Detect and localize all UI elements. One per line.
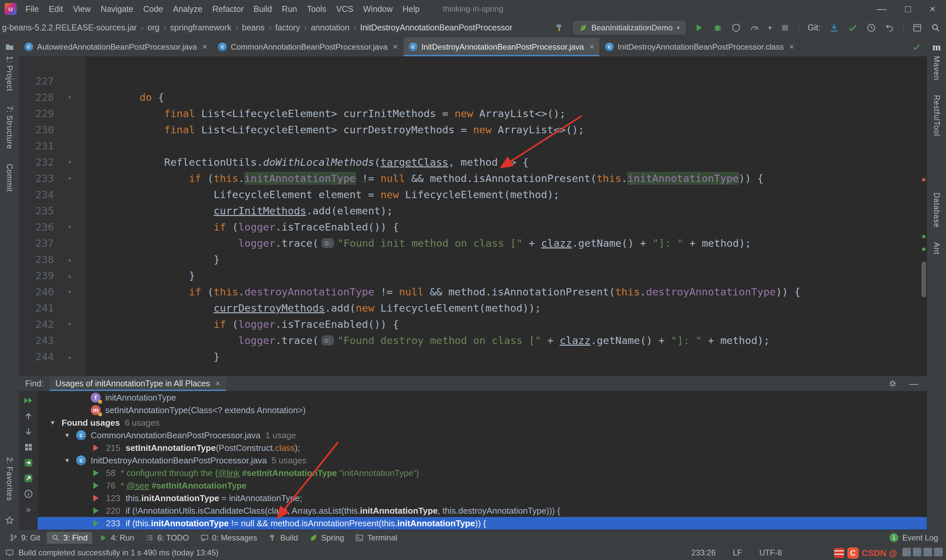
code-text[interactable]: LifecycleElement element = new Lifecycle… bbox=[90, 186, 559, 203]
menu-tools[interactable]: Tools bbox=[302, 2, 331, 16]
profiler-button[interactable] bbox=[750, 23, 760, 33]
stripe-button-database[interactable]: Database bbox=[932, 192, 941, 228]
fold-marker-icon[interactable]: ▾ bbox=[54, 170, 85, 186]
usage-row[interactable]: 215setInitAnnotationType(PostConstruct.c… bbox=[38, 442, 927, 454]
code-text[interactable]: if (this.initAnnotationType != null && m… bbox=[90, 170, 763, 186]
fold-marker-icon[interactable]: ▴ bbox=[54, 349, 85, 365]
usage-row[interactable]: msetInitAnnotationType(Class<? extends A… bbox=[38, 404, 927, 417]
maximize-button[interactable]: □ bbox=[905, 3, 911, 15]
breadcrumb-item[interactable]: annotation bbox=[311, 23, 350, 32]
caret-position[interactable]: 233:26 bbox=[692, 548, 716, 557]
toolwindow-button-9-git[interactable]: 9: Git bbox=[5, 532, 45, 544]
commit-button[interactable] bbox=[848, 23, 858, 33]
editor-tab-initdestroyannotationbeanpostprocessor-java[interactable]: cInitDestroyAnnotationBeanPostProcessor.… bbox=[404, 37, 600, 56]
find-results-tab[interactable]: Usages of initAnnotationType in All Plac… bbox=[50, 376, 226, 391]
menu-run[interactable]: Run bbox=[277, 2, 302, 16]
stripe-button-commit[interactable]: Commit bbox=[5, 164, 14, 192]
file-encoding[interactable]: UTF-8 bbox=[759, 548, 782, 557]
breadcrumb-item[interactable]: springframework bbox=[170, 23, 231, 32]
fold-marker-icon[interactable]: ▴ bbox=[54, 268, 85, 284]
code-text[interactable]: } bbox=[90, 251, 220, 268]
more-icon[interactable]: » bbox=[23, 505, 34, 514]
breadcrumb-item[interactable]: g-beans-5.2.2.RELEASE-sources.jar bbox=[2, 23, 137, 32]
usage-row[interactable]: ▼Found usages 6 usages bbox=[38, 417, 927, 429]
menu-view[interactable]: View bbox=[68, 2, 96, 16]
toolwindow-button-spring[interactable]: Spring bbox=[305, 532, 348, 544]
toolwindow-switcher-icon[interactable] bbox=[5, 548, 14, 557]
stripe-button-ant[interactable]: Ant bbox=[932, 242, 941, 255]
code-text[interactable]: final List<LifecycleElement> currInitMet… bbox=[90, 106, 566, 122]
code-editor[interactable]: 227228▾ do {229 final List<LifecycleElem… bbox=[19, 57, 927, 376]
toolwindow-button-0-messages[interactable]: 0: Messages bbox=[196, 532, 262, 544]
code-text[interactable]: } bbox=[90, 349, 220, 365]
update-project-button[interactable] bbox=[829, 23, 839, 33]
stripe-button-restfultool[interactable]: RestfulTool bbox=[932, 95, 941, 136]
stripe-button-7-structure[interactable]: 7: Structure bbox=[5, 106, 14, 149]
stripe-button-maven[interactable]: mMaven bbox=[932, 42, 942, 80]
jump-to-source-icon[interactable] bbox=[23, 458, 34, 468]
code-text[interactable]: ReflectionUtils.doWithLocalMethods(targe… bbox=[90, 154, 528, 170]
breadcrumb-item[interactable]: factory bbox=[276, 23, 300, 32]
usage-row[interactable]: finitAnnotationType bbox=[38, 391, 927, 404]
toolwindow-button-terminal[interactable]: Terminal bbox=[351, 532, 402, 544]
code-text[interactable]: logger.trace(o:"Found init method on cla… bbox=[90, 235, 751, 251]
usage-row[interactable]: 233if (this.initAnnotationType != null &… bbox=[38, 517, 927, 529]
usage-row[interactable]: 76* @see #setInitAnnotationType bbox=[38, 479, 927, 492]
chevron-down-icon[interactable]: ▼ bbox=[64, 457, 76, 464]
menu-build[interactable]: Build bbox=[249, 2, 277, 16]
code-text[interactable]: if (logger.isTraceEnabled()) { bbox=[90, 219, 399, 235]
stripe-button-star[interactable] bbox=[5, 515, 15, 525]
breadcrumb-item[interactable]: org bbox=[147, 23, 159, 32]
inspections-ok-icon[interactable] bbox=[912, 43, 921, 51]
menu-vcs[interactable]: VCS bbox=[331, 2, 358, 16]
close-icon[interactable]: × bbox=[589, 42, 594, 52]
fold-marker-icon[interactable]: ▾ bbox=[54, 154, 85, 170]
run-button[interactable] bbox=[694, 23, 704, 33]
usage-row[interactable]: 220if (!AnnotationUtils.isCandidateClass… bbox=[38, 505, 927, 517]
toolwindow-button-6-todo[interactable]: 6: TODO bbox=[141, 532, 193, 544]
menu-navigate[interactable]: Navigate bbox=[96, 2, 139, 16]
line-separator[interactable]: LF bbox=[733, 548, 742, 557]
menu-file[interactable]: File bbox=[20, 2, 44, 16]
code-text[interactable]: } bbox=[90, 268, 195, 284]
breadcrumb-item[interactable]: InitDestroyAnnotationBeanPostProcessor bbox=[360, 23, 512, 32]
toolwindow-button-4-run[interactable]: 4: Run bbox=[94, 532, 139, 544]
fold-marker-icon[interactable]: ▾ bbox=[54, 316, 85, 332]
event-log-button[interactable]: Event Log bbox=[902, 533, 938, 543]
close-button[interactable]: × bbox=[929, 3, 935, 15]
close-icon[interactable]: × bbox=[789, 42, 794, 52]
build-hammer-icon[interactable] bbox=[555, 23, 565, 33]
menu-window[interactable]: Window bbox=[358, 2, 398, 16]
search-everywhere-button[interactable] bbox=[931, 23, 941, 33]
previous-occurrence-icon[interactable] bbox=[23, 411, 34, 421]
stripe-button-2-favorites[interactable]: 2: Favorites bbox=[5, 457, 14, 501]
usage-row[interactable]: ▼cInitDestroyAnnotationBeanPostProcessor… bbox=[38, 454, 927, 467]
code-text[interactable]: do { bbox=[90, 89, 164, 106]
window-layout-button[interactable] bbox=[912, 23, 922, 33]
code-text[interactable]: currDestroyMethods.add(new LifecycleElem… bbox=[90, 300, 541, 316]
debug-button[interactable] bbox=[713, 23, 723, 33]
editor-tab-commonannotationbeanpostprocessor-java[interactable]: cCommonAnnotationBeanPostProcessor.java× bbox=[213, 37, 404, 56]
settings-gear-icon[interactable] bbox=[888, 379, 897, 388]
fold-marker-icon[interactable]: ▾ bbox=[54, 284, 85, 300]
error-stripe-mark[interactable] bbox=[922, 248, 926, 251]
chevron-down-icon[interactable]: ▼ bbox=[50, 419, 62, 426]
usage-row[interactable]: 58* configured through the {@link #setIn… bbox=[38, 467, 927, 479]
fold-marker-icon[interactable]: ▾ bbox=[54, 89, 85, 106]
error-stripe-mark[interactable] bbox=[922, 235, 926, 238]
error-stripe-mark[interactable] bbox=[922, 178, 926, 181]
code-text[interactable]: if (logger.isTraceEnabled()) { bbox=[90, 316, 399, 332]
fold-marker-icon[interactable]: ▾ bbox=[54, 219, 85, 235]
toolwindow-button-build[interactable]: Build bbox=[264, 532, 302, 544]
minimize-button[interactable]: — bbox=[877, 3, 886, 15]
toolwindow-button-3-find[interactable]: 3: Find bbox=[47, 532, 92, 544]
code-text[interactable]: if (this.destroyAnnotationType != null &… bbox=[90, 284, 800, 300]
menu-code[interactable]: Code bbox=[139, 2, 168, 16]
close-icon[interactable]: × bbox=[202, 42, 207, 52]
rerun-find-icon[interactable] bbox=[23, 395, 34, 406]
menu-refactor[interactable]: Refactor bbox=[208, 2, 249, 16]
history-button[interactable] bbox=[866, 23, 876, 33]
menu-help[interactable]: Help bbox=[398, 2, 424, 16]
run-configuration-select[interactable]: BeanInitializationDemo ▾ bbox=[573, 21, 686, 34]
code-text[interactable]: currInitMethods.add(element); bbox=[90, 203, 393, 219]
